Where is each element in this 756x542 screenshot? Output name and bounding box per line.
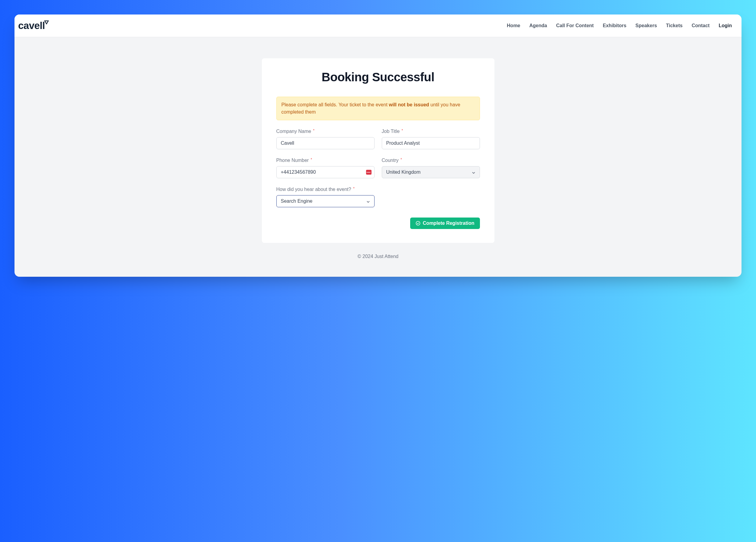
heard-selected-value: Search Engine — [281, 198, 313, 204]
required-marker: * — [311, 157, 312, 162]
main-content: Booking Successful Please complete all f… — [14, 37, 742, 277]
job-label: Job Title * — [382, 129, 480, 134]
main-nav: Home Agenda Call For Content Exhibitors … — [507, 23, 732, 28]
footer-text: © 2024 Just Attend — [358, 254, 398, 259]
check-circle-icon — [416, 221, 420, 226]
heard-label: How did you hear about the event? * — [276, 187, 375, 192]
required-marker: * — [401, 157, 402, 162]
country-label: Country * — [382, 158, 480, 163]
phone-input-wrap: ••• — [276, 166, 375, 178]
page-title: Booking Successful — [276, 70, 480, 84]
country-selected-value: United Kingdom — [386, 169, 421, 175]
nav-contact[interactable]: Contact — [692, 23, 710, 28]
country-select[interactable]: United Kingdom — [382, 166, 480, 178]
nav-agenda[interactable]: Agenda — [529, 23, 547, 28]
nav-call-for-content[interactable]: Call For Content — [556, 23, 594, 28]
job-title-input[interactable] — [382, 137, 480, 149]
chevron-down-icon — [472, 170, 475, 174]
required-marker: * — [402, 128, 403, 133]
logo-triangle-icon — [44, 16, 49, 21]
form-grid: Company Name * Job Title * Phone Number — [276, 129, 480, 207]
phone-field-group: Phone Number * ••• — [276, 158, 375, 178]
header: cavell Home Agenda Call For Content Exhi… — [14, 15, 742, 37]
required-marker: * — [353, 186, 355, 191]
booking-card: Booking Successful Please complete all f… — [262, 58, 494, 243]
nav-home[interactable]: Home — [507, 23, 520, 28]
country-field-group: Country * United Kingdom — [382, 158, 480, 178]
chevron-down-icon — [366, 199, 370, 203]
app-window: cavell Home Agenda Call For Content Exhi… — [14, 15, 742, 277]
nav-speakers[interactable]: Speakers — [635, 23, 657, 28]
nav-tickets[interactable]: Tickets — [666, 23, 683, 28]
alert-text-bold: will not be issued — [389, 102, 429, 107]
phone-input[interactable] — [276, 166, 375, 178]
company-input[interactable] — [276, 137, 375, 149]
logo[interactable]: cavell — [18, 20, 49, 31]
logo-text: cavell — [18, 20, 45, 31]
nav-login[interactable]: Login — [719, 23, 732, 28]
submit-label: Complete Registration — [423, 221, 475, 226]
nav-exhibitors[interactable]: Exhibitors — [603, 23, 626, 28]
complete-registration-button[interactable]: Complete Registration — [410, 218, 480, 229]
warning-alert: Please complete all fields. Your ticket … — [276, 97, 480, 120]
phone-label: Phone Number * — [276, 158, 375, 163]
alert-text-pre: Please complete all fields. Your ticket … — [281, 102, 389, 107]
footer: © 2024 Just Attend — [358, 243, 398, 268]
heard-about-select[interactable]: Search Engine — [276, 195, 375, 207]
company-label: Company Name * — [276, 129, 375, 134]
heard-field-group: How did you hear about the event? * Sear… — [276, 187, 375, 207]
job-field-group: Job Title * — [382, 129, 480, 149]
form-actions: Complete Registration — [276, 218, 480, 229]
company-field-group: Company Name * — [276, 129, 375, 149]
required-marker: * — [313, 128, 315, 133]
password-extension-icon[interactable]: ••• — [366, 170, 372, 175]
